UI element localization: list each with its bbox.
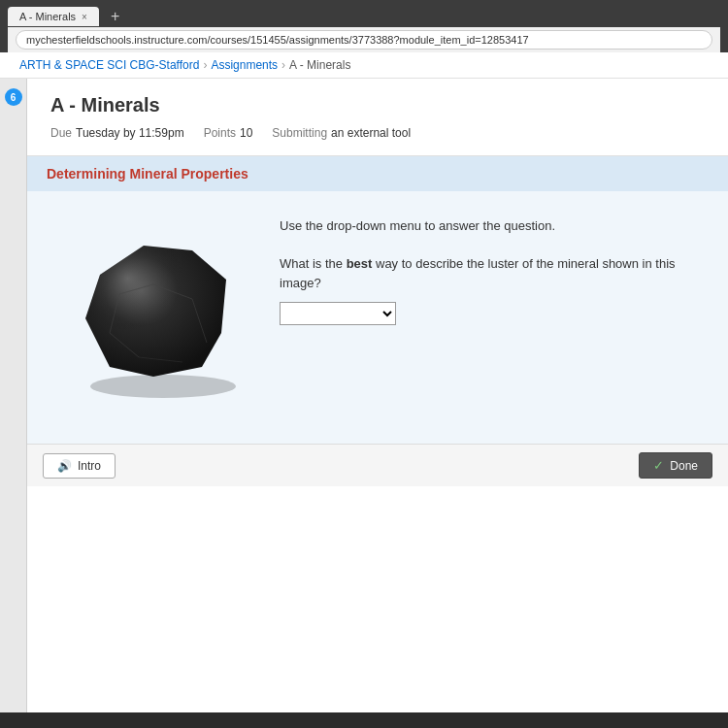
question-bold: best (347, 256, 373, 271)
main-area: 6 A - Minerals Due Tuesday by 11:59pm Po… (0, 79, 728, 712)
due-value: Tuesday by 11:59pm (76, 126, 184, 140)
active-tab[interactable]: A - Minerals × (8, 7, 99, 26)
rock-svg (56, 216, 250, 411)
done-button[interactable]: ✓ Done (639, 452, 712, 479)
tab-title: A - Minerals (19, 11, 76, 22)
address-bar-row: mychesterfieldschools.instructure.com/co… (8, 27, 720, 52)
intro-icon: 🔊 (57, 459, 72, 473)
content-area: A - Minerals Due Tuesday by 11:59pm Poin… (27, 79, 728, 712)
points-value: 10 (240, 126, 252, 140)
breadcrumb-sep-1: › (203, 58, 207, 72)
sidebar-indicator: 6 (5, 88, 22, 106)
dropdown-container: Metallic Vitreous Pearly Silky Resinous … (280, 302, 709, 325)
intro-label: Intro (78, 459, 101, 473)
question-heading: Determining Mineral Properties (27, 156, 728, 191)
submitting-meta: Submitting an external tool (272, 126, 411, 140)
svg-point-0 (90, 375, 236, 398)
tab-bar: A - Minerals × + (8, 6, 720, 27)
submitting-value: an external tool (331, 126, 411, 140)
question-text-part1: What is the (280, 256, 347, 271)
svg-marker-2 (85, 246, 226, 377)
question-right: Use the drop-down menu to answer the que… (280, 207, 709, 428)
question-area: Determining Mineral Properties (27, 156, 728, 444)
assignment-title: A - Minerals (50, 94, 705, 116)
question-instruction: Use the drop-down menu to answer the que… (280, 218, 555, 233)
question-body: Use the drop-down menu to answer the que… (27, 191, 728, 444)
intro-button[interactable]: 🔊 Intro (43, 453, 116, 479)
done-label: Done (670, 459, 698, 473)
breadcrumb-assignments[interactable]: Assignments (211, 58, 278, 72)
breadcrumb-current: A - Minerals (289, 58, 350, 72)
mineral-image (47, 207, 260, 420)
tab-close-button[interactable]: × (82, 12, 87, 22)
breadcrumb: ARTH & SPACE SCI CBG-Stafford › Assignme… (0, 52, 728, 79)
points-label: Points (204, 126, 236, 140)
submitting-label: Submitting (272, 126, 327, 140)
luster-dropdown[interactable]: Metallic Vitreous Pearly Silky Resinous … (280, 302, 396, 325)
done-checkmark: ✓ (653, 458, 664, 473)
left-sidebar: 6 (0, 79, 27, 712)
due-label: Due (50, 126, 72, 140)
breadcrumb-sep-2: › (281, 58, 285, 72)
new-tab-button[interactable]: + (103, 6, 127, 27)
points-meta: Points 10 (204, 126, 253, 140)
address-bar[interactable]: mychesterfieldschools.instructure.com/co… (16, 30, 712, 50)
question-text: Use the drop-down menu to answer the que… (280, 216, 709, 292)
browser-chrome: A - Minerals × + mychesterfieldschools.i… (0, 0, 728, 52)
assignment-meta: Due Tuesday by 11:59pm Points 10 Submitt… (50, 126, 705, 148)
breadcrumb-course[interactable]: ARTH & SPACE SCI CBG-Stafford (19, 58, 199, 72)
page-content: ARTH & SPACE SCI CBG-Stafford › Assignme… (0, 52, 728, 712)
bottom-nav: 🔊 Intro ✓ Done (27, 444, 728, 486)
due-meta: Due Tuesday by 11:59pm (50, 126, 184, 140)
assignment-header: A - Minerals Due Tuesday by 11:59pm Poin… (27, 79, 728, 156)
